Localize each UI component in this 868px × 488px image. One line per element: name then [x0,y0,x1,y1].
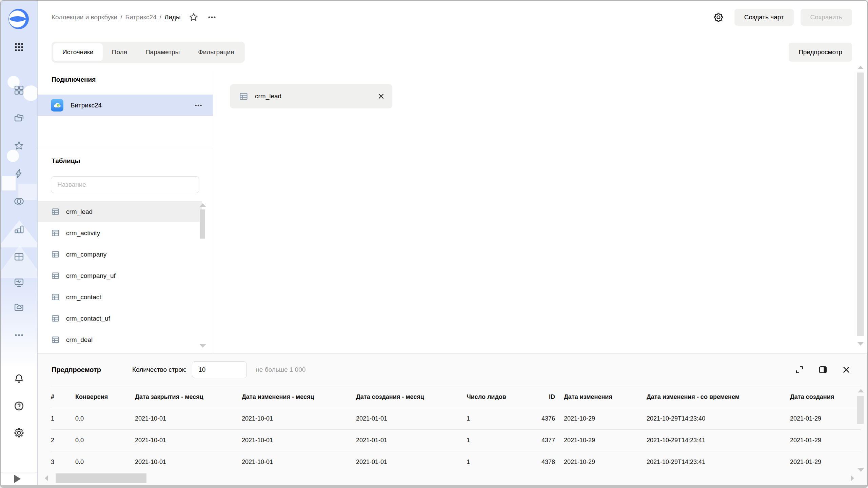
favorite-star-icon[interactable] [188,12,199,23]
column-header: # [51,386,75,408]
preview-scroll-down-icon[interactable] [858,468,864,472]
tables-title: Таблицы [52,157,80,165]
preview-expand-icon[interactable] [794,365,805,375]
chip-remove-icon[interactable] [377,92,386,101]
sidebar-notifications-icon[interactable] [12,372,26,385]
row-count-hint: не больше 1 000 [256,366,305,373]
datalens-logo[interactable] [8,9,29,29]
sidebar-help-icon[interactable] [12,399,26,413]
list-scroll-up-icon[interactable] [200,203,206,207]
preview-title: Предпросмотр [52,366,101,374]
row-count-label: Количество строк: [132,366,186,373]
column-header: Дата создания - месяц [356,386,467,408]
table-list-item-crm_company_uf[interactable]: crm_company_uf [37,265,202,286]
table-list-item-crm_deal[interactable]: crm_deal [37,329,202,350]
preview-panel: Предпросмотр Количество строк: не больше… [37,353,867,485]
play-icon [14,475,21,483]
table-cell: 0.0 [75,408,135,430]
chip-label: crm_lead [255,93,281,100]
more-menu-icon[interactable] [206,12,217,23]
canvas-scrollbar-thumb[interactable] [857,73,864,336]
tables-list: crm_leadcrm_activitycrm_companycrm_compa… [37,201,202,351]
sidebar-charts-icon[interactable] [12,222,26,236]
screen: Коллекции и воркбуки / Битрикс24 / Лиды … [0,0,868,488]
preview-dock-side-icon[interactable] [818,365,828,375]
table-cell: 4376 [531,408,564,430]
connection-item-bitrix24[interactable]: Битрикс24 [37,95,213,116]
breadcrumb-current-dataset: Лиды [164,14,181,21]
row-count-input[interactable] [192,361,247,378]
connection-label: Битрикс24 [71,102,102,109]
breadcrumb-separator: / [160,14,161,21]
sidebar-collections-icon[interactable] [12,111,26,125]
sidebar-datasets-icon[interactable] [12,195,26,208]
table-cell: 2021-10-01 [135,430,242,451]
table-cell: 2021-01-29 [790,430,861,451]
table-row: 10.02021-10-012021-10-012021-01-01143762… [51,408,861,430]
table-list-item-crm_contact[interactable]: crm_contact [37,286,202,308]
canvas-scroll-up-icon[interactable] [857,66,864,69]
sidebar-widgets-icon[interactable] [12,83,26,97]
save-button[interactable]: Сохранить [801,9,852,26]
preview-scroll-up-icon[interactable] [858,389,864,392]
connections-title: Подключения [52,76,96,83]
list-scrollbar-thumb[interactable] [200,209,205,239]
table-list-item-crm_lead[interactable]: crm_lead [37,201,202,222]
preview-toggle-button[interactable]: Предпросмотр [789,43,852,62]
preview-hscrollbar [45,473,854,483]
table-cell: 4378 [531,451,564,470]
dataset-settings-gear-icon[interactable] [712,11,725,24]
hscroll-right-icon[interactable] [851,475,854,481]
breadcrumb-collections-link[interactable]: Коллекции и воркбуки [52,14,117,21]
sources-canvas[interactable]: crm_lead [213,70,867,353]
list-scroll-down-icon[interactable] [200,344,206,348]
sidebar-storage-icon[interactable] [12,301,26,314]
table-list-item-crm_contact_uf[interactable]: crm_contact_uf [37,308,202,329]
tab-Фильтрация[interactable]: Фильтрация [189,43,243,61]
preview-table-wrap: #КонверсияДата закрытия - месяцДата изме… [37,386,861,470]
sidebar-more-icon[interactable] [12,328,26,342]
column-header: ID [531,386,564,408]
create-chart-button[interactable]: Создать чарт [734,9,794,26]
table-cell: 0.0 [75,430,135,451]
tab-Источники[interactable]: Источники [53,43,103,61]
sidebar-dashboards-icon[interactable] [12,250,26,264]
tab-Параметры[interactable]: Параметры [136,43,189,61]
table-cell: 1 [467,451,531,470]
table-cell: 2021-10-29T14:23:41 [647,451,790,470]
breadcrumb-workbook-link[interactable]: Битрикс24 [125,14,156,21]
column-header: Конверсия [75,386,135,408]
preview-scrollbar-thumb[interactable] [857,396,864,424]
app-window: Коллекции и воркбуки / Битрикс24 / Лиды … [0,0,868,488]
table-cell: 2021-10-01 [135,451,242,470]
table-row: 20.02021-10-012021-10-012021-01-01143772… [51,430,861,451]
sidebar-connections-icon[interactable] [12,167,26,180]
connection-more-icon[interactable] [193,100,203,110]
column-header: Число лидов [467,386,531,408]
table-cell: 2021-10-29 [564,430,647,451]
preview-close-icon[interactable] [841,365,851,375]
sidebar-expand-button[interactable] [14,474,24,483]
source-chip-crm-lead[interactable]: crm_lead [230,84,392,108]
apps-grid-icon[interactable] [12,40,26,54]
tab-Поля[interactable]: Поля [103,43,136,61]
table-search-input[interactable] [51,176,199,193]
breadcrumb: Коллекции и воркбуки / Битрикс24 / Лиды [52,12,217,23]
sidebar-favorites-icon[interactable] [12,139,26,152]
sidebar-monitoring-icon[interactable] [12,276,26,289]
table-cell: 4377 [531,430,564,451]
header-actions: Создать чарт Сохранить [712,9,852,26]
canvas-scroll-down-icon[interactable] [857,342,864,346]
table-cell: 2021-01-29 [790,408,861,430]
sidebar-settings-icon[interactable] [12,426,26,440]
table-cell: 2021-10-01 [242,408,356,430]
hscrollbar-thumb[interactable] [56,473,146,483]
table-cell: 2021-10-29T14:23:41 [647,430,790,451]
panel-divider [37,149,213,149]
table-list-item-crm_company[interactable]: crm_company [37,244,202,265]
hscroll-left-icon[interactable] [45,475,48,481]
column-header: Дата создания [790,386,861,408]
table-cell: 2021-01-01 [356,408,467,430]
table-cell: 0.0 [75,451,135,470]
table-list-item-crm_activity[interactable]: crm_activity [37,222,202,244]
